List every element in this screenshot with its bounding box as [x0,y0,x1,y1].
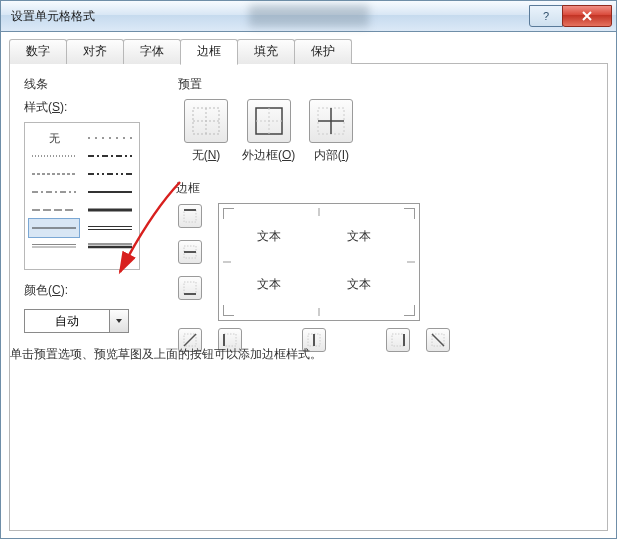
preset-inside-icon [316,106,346,136]
close-icon [581,10,593,22]
preset-inside: 内部(I) [309,99,353,164]
linestyle-opt[interactable] [85,237,135,255]
tab-font[interactable]: 字体 [123,39,181,64]
svg-rect-25 [184,210,196,222]
titlebar[interactable]: 设置单元格格式 ? [1,1,616,32]
svg-rect-33 [224,334,236,346]
linestyle-opt[interactable] [85,129,135,147]
format-cells-dialog: 设置单元格格式 ? 数字 对齐 字体 边框 填充 保护 线条 样式(S): [0,0,617,539]
linestyle-opt[interactable] [29,165,79,183]
preset-row: 无(N) 外边框(O) [184,99,593,164]
linestyle-opt[interactable] [85,165,135,183]
border-right-button[interactable] [386,328,410,352]
line-color-value: 自动 [25,310,109,332]
border-top-button[interactable] [178,204,202,228]
border-bottom-button[interactable] [178,276,202,300]
border-hmid-button[interactable] [178,240,202,264]
svg-rect-29 [184,282,196,294]
svg-line-40 [432,334,444,346]
preset-inside-label: 内部(I) [314,147,349,164]
preset-inside-button[interactable] [309,99,353,143]
preview-text: 文本 [257,276,281,293]
close-button[interactable] [562,5,612,27]
linestyle-opt-selected[interactable] [29,219,79,237]
preview-text: 文本 [257,228,281,245]
preview-text: 文本 [347,276,371,293]
tab-align[interactable]: 对齐 [66,39,124,64]
line-column: 线条 样式(S): 无 [24,76,154,377]
linestyle-opt[interactable] [29,237,79,255]
hint-text: 单击预置选项、预览草图及上面的按钮可以添加边框样式。 [10,346,322,363]
svg-rect-37 [392,334,404,346]
tab-fill[interactable]: 填充 [237,39,295,64]
preset-outline-icon [254,106,284,136]
linestyle-opt[interactable] [29,183,79,201]
window-title: 设置单元格格式 [11,8,95,25]
preview-corner [223,208,234,219]
line-section-label: 线条 [24,76,154,93]
preset-none: 无(N) [184,99,228,164]
linestyle-opt[interactable] [85,201,135,219]
line-color-label: 颜色(C): [24,282,154,299]
linestyle-opt[interactable] [29,147,79,165]
linestyle-none[interactable]: 无 [29,129,79,147]
preset-outline: 外边框(O) [242,99,295,164]
preset-outline-label: 外边框(O) [242,147,295,164]
border-diag-up-icon [183,333,197,347]
border-bottom-icon [183,281,197,295]
tabstrip: 数字 对齐 字体 边框 填充 保护 [9,39,608,64]
preset-none-icon [191,106,221,136]
titlebar-blur [249,5,369,27]
dialog-body: 数字 对齐 字体 边框 填充 保护 线条 样式(S): 无 [9,39,608,530]
border-diag-down-icon [431,333,445,347]
preset-section-label: 预置 [178,76,593,93]
window-buttons: ? [530,6,612,27]
chevron-down-icon [115,317,123,325]
preview-text: 文本 [347,228,371,245]
border-vmid-icon [307,333,321,347]
right-column: 预置 无(N) [178,76,593,377]
preview-tick [319,308,320,316]
tab-number[interactable]: 数字 [9,39,67,64]
preview-tick [407,262,415,263]
svg-line-32 [184,334,196,346]
tab-protect[interactable]: 保护 [294,39,352,64]
preview-corner [404,305,415,316]
linestyle-opt[interactable] [85,219,135,237]
border-preview[interactable]: 文本 文本 文本 文本 [218,203,420,321]
linestyle-opt[interactable] [85,147,135,165]
preview-corner [404,208,415,219]
line-style-list[interactable]: 无 [24,122,140,270]
border-diag-down-button[interactable] [426,328,450,352]
help-button[interactable]: ? [529,5,563,27]
linestyle-opt[interactable] [29,201,79,219]
border-hmid-icon [183,245,197,259]
line-color-dropdown[interactable] [109,310,128,332]
border-left-icon [223,333,237,347]
linestyle-opt[interactable] [85,183,135,201]
line-color-row: 颜色(C): 自动 [24,282,154,333]
line-color-select[interactable]: 自动 [24,309,129,333]
preset-none-button[interactable] [184,99,228,143]
preview-tick [223,262,231,263]
preview-corner [223,305,234,316]
tab-page-border: 线条 样式(S): 无 [9,64,608,531]
preset-outline-button[interactable] [247,99,291,143]
border-section-label: 边框 [176,180,593,197]
preset-none-label: 无(N) [192,147,221,164]
tab-border[interactable]: 边框 [180,39,238,65]
preview-tick [319,208,320,216]
border-right-icon [391,333,405,347]
border-top-icon [183,209,197,223]
line-style-label: 样式(S): [24,99,154,116]
